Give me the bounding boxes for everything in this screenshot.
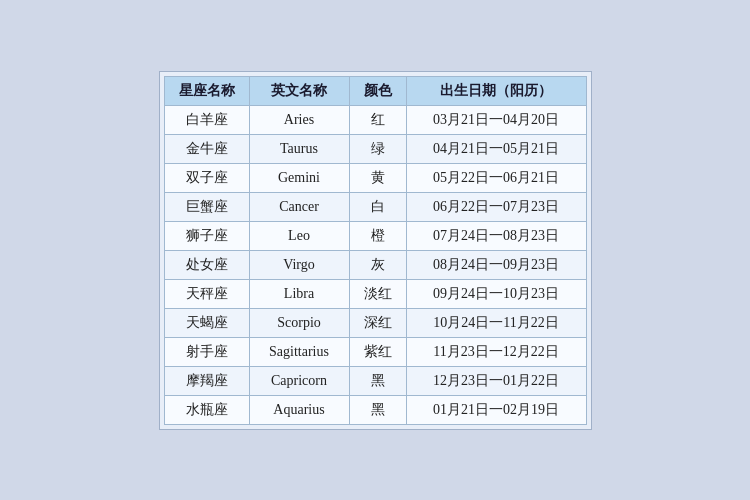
cell-chinese: 射手座 xyxy=(164,337,249,366)
cell-chinese: 处女座 xyxy=(164,250,249,279)
cell-color: 绿 xyxy=(349,134,406,163)
cell-date: 07月24日一08月23日 xyxy=(406,221,586,250)
cell-date: 04月21日一05月21日 xyxy=(406,134,586,163)
cell-english: Taurus xyxy=(249,134,349,163)
cell-english: Cancer xyxy=(249,192,349,221)
cell-english: Virgo xyxy=(249,250,349,279)
zodiac-table-container: 星座名称 英文名称 颜色 出生日期（阳历） 白羊座Aries红03月21日一04… xyxy=(159,71,592,430)
cell-color: 黑 xyxy=(349,366,406,395)
cell-color: 黑 xyxy=(349,395,406,424)
header-date: 出生日期（阳历） xyxy=(406,76,586,105)
cell-chinese: 巨蟹座 xyxy=(164,192,249,221)
table-header-row: 星座名称 英文名称 颜色 出生日期（阳历） xyxy=(164,76,586,105)
cell-color: 红 xyxy=(349,105,406,134)
cell-chinese: 水瓶座 xyxy=(164,395,249,424)
table-row: 白羊座Aries红03月21日一04月20日 xyxy=(164,105,586,134)
cell-chinese: 白羊座 xyxy=(164,105,249,134)
cell-english: Scorpio xyxy=(249,308,349,337)
table-row: 摩羯座Capricorn黑12月23日一01月22日 xyxy=(164,366,586,395)
table-row: 处女座Virgo灰08月24日一09月23日 xyxy=(164,250,586,279)
cell-english: Sagittarius xyxy=(249,337,349,366)
cell-color: 白 xyxy=(349,192,406,221)
cell-color: 紫红 xyxy=(349,337,406,366)
cell-chinese: 双子座 xyxy=(164,163,249,192)
cell-english: Aquarius xyxy=(249,395,349,424)
cell-chinese: 天秤座 xyxy=(164,279,249,308)
table-row: 巨蟹座Cancer白06月22日一07月23日 xyxy=(164,192,586,221)
cell-english: Aries xyxy=(249,105,349,134)
cell-chinese: 摩羯座 xyxy=(164,366,249,395)
cell-date: 08月24日一09月23日 xyxy=(406,250,586,279)
cell-color: 淡红 xyxy=(349,279,406,308)
cell-date: 01月21日一02月19日 xyxy=(406,395,586,424)
table-row: 射手座Sagittarius紫红11月23日一12月22日 xyxy=(164,337,586,366)
cell-color: 黄 xyxy=(349,163,406,192)
zodiac-table: 星座名称 英文名称 颜色 出生日期（阳历） 白羊座Aries红03月21日一04… xyxy=(164,76,587,425)
header-color: 颜色 xyxy=(349,76,406,105)
cell-chinese: 狮子座 xyxy=(164,221,249,250)
cell-english: Gemini xyxy=(249,163,349,192)
cell-color: 灰 xyxy=(349,250,406,279)
table-row: 水瓶座Aquarius黑01月21日一02月19日 xyxy=(164,395,586,424)
table-row: 狮子座Leo橙07月24日一08月23日 xyxy=(164,221,586,250)
cell-chinese: 天蝎座 xyxy=(164,308,249,337)
cell-color: 深红 xyxy=(349,308,406,337)
table-row: 双子座Gemini黄05月22日一06月21日 xyxy=(164,163,586,192)
table-row: 天秤座Libra淡红09月24日一10月23日 xyxy=(164,279,586,308)
table-row: 天蝎座Scorpio深红10月24日一11月22日 xyxy=(164,308,586,337)
cell-date: 12月23日一01月22日 xyxy=(406,366,586,395)
cell-english: Leo xyxy=(249,221,349,250)
table-row: 金牛座Taurus绿04月21日一05月21日 xyxy=(164,134,586,163)
cell-date: 05月22日一06月21日 xyxy=(406,163,586,192)
header-chinese: 星座名称 xyxy=(164,76,249,105)
cell-date: 11月23日一12月22日 xyxy=(406,337,586,366)
cell-color: 橙 xyxy=(349,221,406,250)
cell-english: Capricorn xyxy=(249,366,349,395)
cell-date: 03月21日一04月20日 xyxy=(406,105,586,134)
cell-english: Libra xyxy=(249,279,349,308)
cell-chinese: 金牛座 xyxy=(164,134,249,163)
cell-date: 09月24日一10月23日 xyxy=(406,279,586,308)
cell-date: 06月22日一07月23日 xyxy=(406,192,586,221)
header-english: 英文名称 xyxy=(249,76,349,105)
cell-date: 10月24日一11月22日 xyxy=(406,308,586,337)
